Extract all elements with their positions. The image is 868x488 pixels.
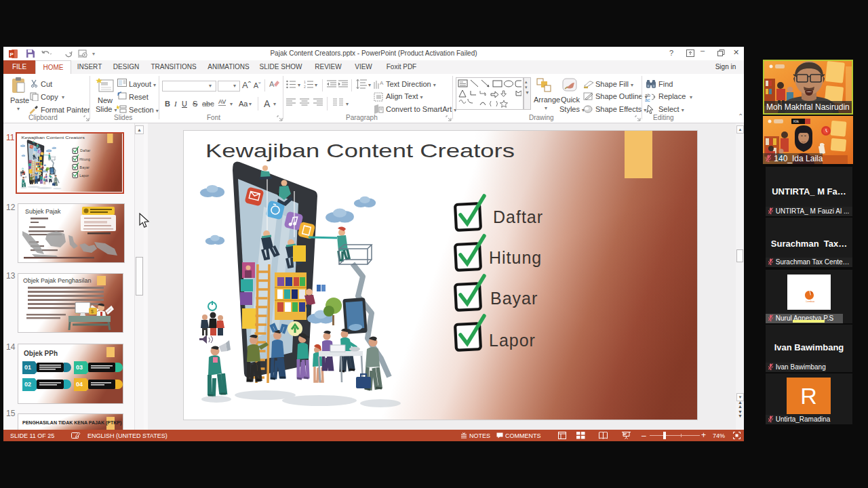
svg-text:2: 2 [304,85,306,89]
svg-text:A: A [380,80,384,86]
svg-text:ab: ab [645,93,650,98]
svg-text:1: 1 [304,80,306,84]
svg-text:A: A [269,80,275,88]
svg-text:ac: ac [645,98,650,102]
svg-text:Lembaga: Lembaga [806,300,815,303]
